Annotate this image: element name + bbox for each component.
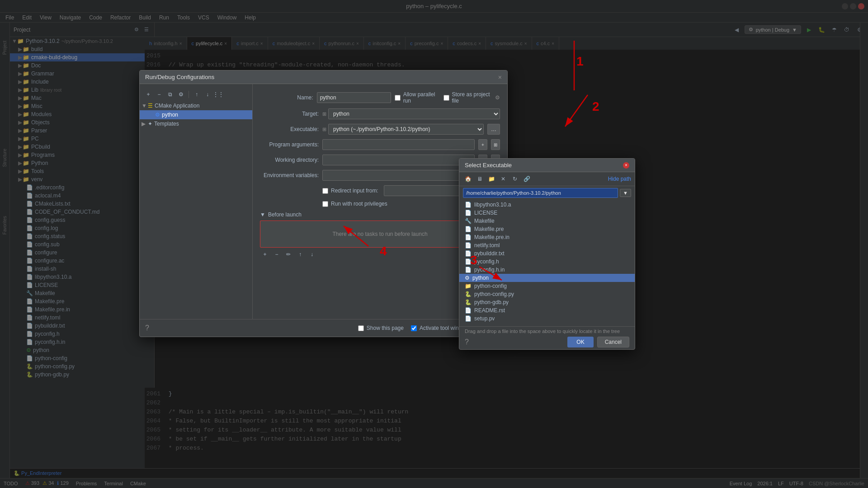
exec-file-makefile-pre[interactable]: 📄 Makefile.pre — [459, 225, 635, 233]
select-exec-title: Select Executable — [465, 162, 512, 169]
select-exec-title-bar: Select Executable × — [459, 159, 635, 172]
program-args-label: Program arguments: — [260, 141, 319, 148]
help-btn[interactable]: ? — [145, 324, 149, 332]
store-as-project-checkbox[interactable] — [443, 95, 449, 101]
exec-file-list: 📄 libpython3.10.a 📄 LICENSE 🔧 Makefile 📄… — [459, 200, 635, 326]
python-config-item[interactable]: ⚙ python — [140, 110, 252, 119]
exec-file-icon: 📄 — [465, 202, 472, 208]
exec-file-icon: 📄 — [465, 226, 472, 232]
exec-file-pyconfig-h-in[interactable]: 📄 pyconfig.h.in — [459, 266, 635, 274]
exec-file-makefile-pre-in[interactable]: 📄 Makefile.pre.in — [459, 233, 635, 241]
exec-buttons: ? OK Cancel — [465, 337, 629, 347]
redirect-checkbox-label: Redirect input from: — [322, 188, 378, 194]
exec-path-input[interactable] — [463, 188, 618, 198]
exec-icon: ⊞ — [322, 127, 326, 132]
name-row: Name: Allow parallel run Store as projec… — [260, 91, 500, 104]
add-task-btn[interactable]: + — [260, 249, 270, 259]
no-tasks-text: There are no tasks to run before launch — [332, 231, 427, 237]
dialog-left-toolbar: + − ⧉ ⚙ ↑ ↓ ⋮⋮ — [140, 88, 252, 101]
program-args-input[interactable] — [322, 139, 475, 150]
before-launch-label: Before launch — [268, 211, 302, 218]
move-task-down-btn[interactable]: ↓ — [307, 249, 317, 259]
show-page-label: Show this page — [367, 325, 404, 331]
exec-file-icon: 📄 — [465, 267, 472, 273]
before-launch-collapse-icon[interactable]: ▼ — [260, 211, 265, 218]
cmake-expand-arrow: ▼ — [142, 103, 148, 109]
move-task-up-btn[interactable]: ↑ — [295, 249, 305, 259]
executable-select[interactable]: python (~./python/Python-3.10.2/python) — [328, 124, 484, 135]
run-debug-dialog-footer: ? Show this page Activate tool window OK — [140, 319, 507, 337]
target-row: Target: ⊞ python — [260, 108, 500, 119]
exec-file-pyconfig-h[interactable]: 📄 pyconfig.h — [459, 258, 635, 266]
allow-parallel-label: Allow parallel run — [395, 91, 440, 104]
edit-task-btn[interactable]: ✏ — [283, 249, 293, 259]
run-debug-dialog: Run/Debug Configurations × + − ⧉ ⚙ ↑ ↓ ⋮… — [139, 70, 508, 337]
add-config-btn[interactable]: + — [143, 89, 153, 99]
config-settings-btn[interactable]: ⚙ — [176, 89, 186, 99]
exec-file-setup-pv[interactable]: 📄 setup.pv — [459, 314, 635, 323]
run-root-checkbox[interactable] — [322, 201, 328, 207]
toolbar-separator — [189, 91, 189, 98]
exec-ok-btn[interactable]: OK — [567, 337, 593, 347]
target-select[interactable]: python — [328, 108, 500, 119]
working-dir-label: Working directory: — [260, 157, 319, 163]
copy-config-btn[interactable]: ⧉ — [165, 89, 175, 99]
exec-delete-btn[interactable]: ✕ — [498, 174, 508, 184]
exec-refresh-btn[interactable]: ↻ — [510, 174, 520, 184]
show-page-checkbox[interactable] — [358, 325, 364, 331]
working-dir-input[interactable] — [322, 155, 475, 165]
exec-file-python-gdb-py[interactable]: 🐍 python-gdb.py — [459, 298, 635, 306]
exec-file-pybuilddir[interactable]: 📄 pybuilddir.txt — [459, 249, 635, 258]
exec-file-license[interactable]: 📄 LICENSE — [459, 209, 635, 217]
exec-desktop-btn[interactable]: 🖥 — [475, 174, 485, 184]
exec-file-netlify[interactable]: 📄 netlify.toml — [459, 241, 635, 249]
run-debug-dialog-close-btn[interactable]: × — [498, 74, 502, 81]
executable-browse-btn[interactable]: … — [487, 124, 500, 135]
templates-item[interactable]: ▶ ✦ Templates — [140, 119, 252, 128]
activate-tool-checkbox[interactable] — [411, 325, 417, 331]
run-root-checkbox-label: Run with root privileges — [322, 201, 387, 207]
run-debug-dialog-title: Run/Debug Configurations — [145, 74, 214, 80]
program-args-expand-btn[interactable]: + — [478, 139, 487, 150]
exec-path-row: ▼ — [459, 186, 635, 200]
executable-row: Executable: ⊞ python (~./python/Python-3… — [260, 124, 500, 135]
exec-cancel-btn[interactable]: Cancel — [597, 337, 629, 347]
program-args-browse-btn[interactable]: ⊞ — [491, 139, 500, 150]
move-down-btn[interactable]: ↓ — [203, 89, 212, 99]
env-vars-label: Environment variables: — [260, 172, 319, 178]
cmake-app-label: CMake Application — [155, 103, 199, 109]
exec-file-libpython[interactable]: 📄 libpython3.10.a — [459, 201, 635, 209]
cmake-app-icon: ☰ — [148, 103, 153, 109]
exec-folder-btn[interactable]: 📁 — [486, 174, 496, 184]
exec-link-btn[interactable]: 🔗 — [522, 174, 532, 184]
cmake-app-group[interactable]: ▼ ☰ CMake Application — [140, 101, 252, 110]
move-up-btn[interactable]: ↑ — [192, 89, 202, 99]
exec-file-python-selected[interactable]: ⚙ python — [459, 274, 635, 282]
templates-arrow: ▶ — [142, 121, 148, 127]
store-settings-icon[interactable]: ⚙ — [495, 94, 500, 101]
exec-file-icon: 🐍 — [465, 299, 472, 305]
hide-path-btn[interactable]: Hide path — [608, 176, 631, 182]
name-input[interactable] — [317, 92, 391, 103]
templates-label: Templates — [154, 121, 179, 127]
name-label: Name: — [260, 94, 313, 101]
target-label: Target: — [260, 111, 319, 117]
exec-file-python-config-py[interactable]: 🐍 python-config.py — [459, 290, 635, 298]
exec-file-makefile[interactable]: 🔧 Makefile — [459, 217, 635, 225]
exec-help-btn[interactable]: ? — [465, 338, 469, 346]
select-exec-close-btn[interactable]: × — [623, 162, 629, 169]
allow-parallel-checkbox[interactable] — [395, 95, 401, 101]
exec-file-icon: 📄 — [465, 234, 472, 240]
python-config-icon: ⚙ — [155, 112, 160, 118]
exec-file-icon: 📄 — [465, 258, 472, 265]
sort-btn[interactable]: ⋮⋮ — [213, 89, 223, 99]
exec-home-btn[interactable]: 🏠 — [463, 174, 473, 184]
exec-drag-hint: Drag and drop a file into the space abov… — [465, 328, 629, 334]
store-as-project-label: Store as project file ⚙ — [443, 91, 500, 104]
exec-file-readme[interactable]: 📄 README.rst — [459, 306, 635, 314]
remove-task-btn[interactable]: − — [272, 249, 282, 259]
exec-file-python-config-folder[interactable]: 📁 python-config — [459, 282, 635, 290]
exec-path-dropdown-btn[interactable]: ▼ — [620, 189, 631, 197]
redirect-checkbox[interactable] — [322, 188, 328, 194]
remove-config-btn[interactable]: − — [154, 89, 164, 99]
